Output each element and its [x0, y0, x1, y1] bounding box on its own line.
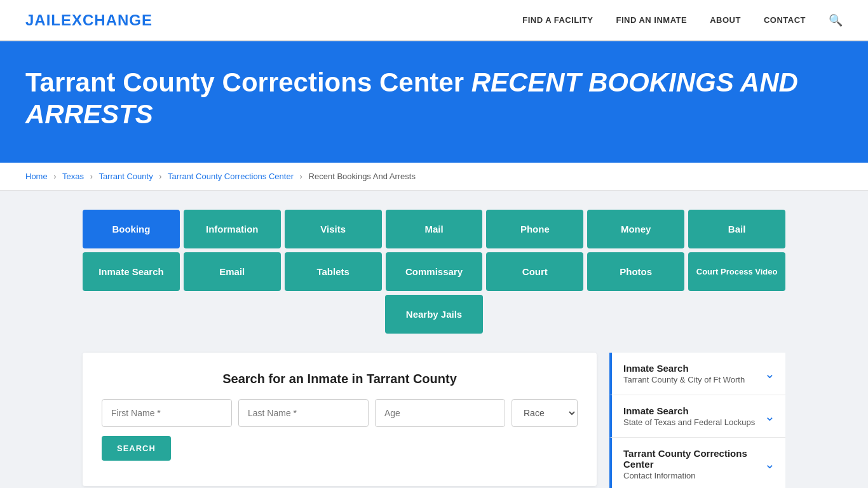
form-name-row: Race White Black Hispanic Asian Other [102, 399, 578, 427]
chevron-down-icon: ⌄ [764, 366, 775, 381]
search-icon-button[interactable]: 🔍 [829, 13, 843, 27]
tile-row-3: Nearby Jails [83, 295, 785, 334]
breadcrumb-current: Recent Bookings And Arrests [309, 172, 416, 181]
main-content: Booking Information Visits Mail Phone Mo… [0, 191, 868, 488]
tile-mail[interactable]: Mail [386, 210, 483, 248]
sidebar-item-tarrant-subtitle: Tarrant County & City of Ft Worth [623, 375, 745, 384]
tile-bail[interactable]: Bail [688, 210, 785, 248]
breadcrumb: Home › Texas › Tarrant County › Tarrant … [0, 163, 868, 191]
sidebar-item-contact-subtitle: Contact Information [623, 471, 764, 480]
tile-nearby-jails[interactable]: Nearby Jails [385, 295, 483, 334]
main-nav: FIND A FACILITY FIND AN INMATE ABOUT CON… [522, 13, 843, 27]
sidebar: Inmate Search Tarrant County & City of F… [609, 353, 785, 488]
nav-about[interactable]: ABOUT [710, 15, 741, 25]
sidebar-item-contact-text: Tarrant County Corrections Center Contac… [623, 448, 764, 480]
sidebar-item-tarrant-text: Inmate Search Tarrant County & City of F… [623, 363, 745, 384]
breadcrumb-sep-2: › [90, 172, 93, 181]
tile-court-process[interactable]: Court Process Video [688, 252, 785, 291]
nav-find-inmate[interactable]: FIND AN INMATE [616, 15, 687, 25]
age-input[interactable] [375, 399, 505, 427]
tile-visits[interactable]: Visits [285, 210, 382, 248]
hero-section: Tarrant County Corrections Center RECENT… [0, 41, 868, 163]
tile-email[interactable]: Email [184, 252, 281, 291]
nav-find-facility[interactable]: FIND A FACILITY [522, 15, 593, 25]
nav-contact[interactable]: CONTACT [764, 15, 806, 25]
search-submit-button[interactable]: SEARCH [102, 436, 171, 461]
breadcrumb-sep-4: › [300, 172, 302, 181]
sidebar-item-contact[interactable]: Tarrant County Corrections Center Contac… [609, 438, 785, 488]
tile-photos[interactable]: Photos [587, 252, 684, 291]
first-name-input[interactable] [102, 399, 232, 427]
tile-booking[interactable]: Booking [83, 210, 180, 248]
race-select[interactable]: Race White Black Hispanic Asian Other [512, 399, 578, 427]
sidebar-item-contact-title: Tarrant County Corrections Center [623, 448, 764, 470]
tile-inmate-search[interactable]: Inmate Search [83, 252, 180, 291]
chevron-down-icon-2: ⌄ [764, 409, 775, 424]
breadcrumb-sep-3: › [159, 172, 161, 181]
chevron-down-icon-3: ⌄ [764, 456, 775, 471]
breadcrumb-tccc[interactable]: Tarrant County Corrections Center [168, 172, 294, 181]
logo-exchange: EXCHANGE [61, 11, 153, 29]
tile-court[interactable]: Court [486, 252, 583, 291]
logo-jail: JAIL [25, 11, 61, 29]
sidebar-item-texas-text: Inmate Search State of Texas and Federal… [623, 405, 755, 427]
sidebar-item-texas-title: Inmate Search [623, 405, 755, 416]
breadcrumb-home[interactable]: Home [25, 172, 48, 181]
lower-section: Search for an Inmate in Tarrant County R… [83, 353, 785, 488]
sidebar-item-tarrant[interactable]: Inmate Search Tarrant County & City of F… [609, 353, 785, 395]
tile-row-2: Inmate Search Email Tablets Commissary C… [83, 252, 785, 291]
site-logo[interactable]: JAILEXCHANGE [25, 11, 153, 29]
sidebar-item-texas-subtitle: State of Texas and Federal Lockups [623, 417, 755, 427]
sidebar-item-tarrant-title: Inmate Search [623, 363, 745, 374]
inmate-search-form: Search for an Inmate in Tarrant County R… [83, 353, 597, 486]
search-form-title: Search for an Inmate in Tarrant County [102, 372, 578, 386]
last-name-input[interactable] [238, 399, 369, 427]
tile-information[interactable]: Information [184, 210, 281, 248]
site-header: JAILEXCHANGE FIND A FACILITY FIND AN INM… [0, 0, 868, 41]
tile-row-1: Booking Information Visits Mail Phone Mo… [83, 210, 785, 248]
sidebar-item-texas[interactable]: Inmate Search State of Texas and Federal… [609, 395, 785, 438]
tile-money[interactable]: Money [587, 210, 684, 248]
breadcrumb-sep-1: › [53, 172, 56, 181]
tile-commissary[interactable]: Commissary [386, 252, 483, 291]
breadcrumb-tarrant[interactable]: Tarrant County [98, 172, 153, 181]
tile-phone[interactable]: Phone [486, 210, 583, 248]
breadcrumb-texas[interactable]: Texas [62, 172, 84, 181]
page-title: Tarrant County Corrections Center RECENT… [25, 67, 843, 131]
tile-tablets[interactable]: Tablets [285, 252, 382, 291]
